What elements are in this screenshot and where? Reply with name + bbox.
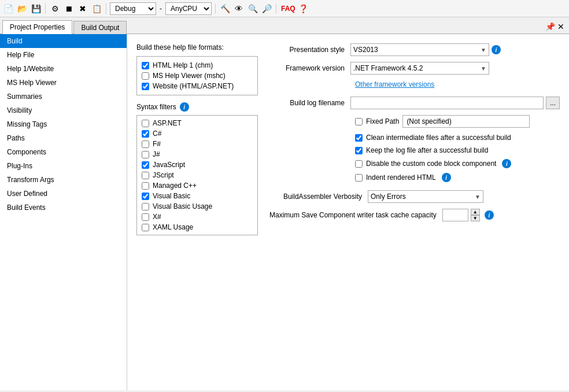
sidebar-item-summaries[interactable]: Summaries (0, 90, 127, 103)
indent-html-checkbox[interactable] (355, 174, 363, 182)
checkbox-vb-input[interactable] (142, 193, 149, 200)
sep1 (45, 3, 46, 14)
indent-html-info-icon[interactable]: i (442, 173, 451, 182)
syntax-filters-info-icon[interactable]: i (180, 102, 189, 112)
checkbox-xaml-usage: XAML Usage (142, 222, 253, 232)
checkbox-fsharp-input[interactable] (142, 140, 149, 148)
spinner-down-button[interactable]: ▼ (471, 215, 480, 221)
cancel-icon[interactable]: ✖ (77, 3, 88, 14)
content-area: Build these help file formats: HTML Help… (127, 34, 569, 390)
help-formats-label: Build these help file formats: (136, 43, 258, 51)
fixed-path-value: (Not specified) (402, 115, 530, 128)
checkbox-aspnet-input[interactable] (142, 120, 149, 127)
build-log-row: Build log filename ... (269, 97, 560, 109)
spinner-up-button[interactable]: ▲ (471, 209, 480, 215)
copy-icon[interactable]: 📋 (91, 3, 102, 14)
syntax-filters-header: Syntax filters i (136, 102, 258, 112)
view-icon[interactable]: 👁 (233, 3, 245, 14)
fixed-path-checkbox[interactable] (355, 118, 363, 125)
checkbox-vb: Visual Basic (142, 191, 253, 201)
sep3 (215, 3, 216, 14)
other-framework-link[interactable]: Other framework versions (355, 80, 434, 88)
sidebar-item-plug-ins[interactable]: Plug-Ins (0, 159, 127, 173)
sidebar-item-build[interactable]: Build (0, 34, 127, 48)
framework-version-dropdown[interactable]: .NET Framework 4.5.2 ▼ (350, 62, 489, 75)
build-icon[interactable]: ⚙ (49, 3, 61, 14)
keep-log-checkbox[interactable] (355, 147, 363, 154)
sidebar-item-help1-website[interactable]: Help 1/Website (0, 62, 127, 76)
build-log-input[interactable] (350, 97, 544, 109)
search-icon[interactable]: 🔍 (247, 3, 258, 14)
checkbox-jscript-input[interactable] (142, 172, 149, 179)
checkbox-ms-help-viewer-input[interactable] (142, 72, 149, 80)
checkbox-managed-cpp-input[interactable] (142, 182, 149, 190)
presentation-style-control: VS2013 ▼ i (350, 43, 560, 56)
sep4 (276, 3, 276, 14)
disable-custom-row: Disable the custom code block component … (355, 159, 560, 168)
checkbox-jsharp-input[interactable] (142, 151, 149, 158)
verbosity-row: BuildAssembler Verbosity Only Errors ▼ (269, 190, 560, 203)
close-tab-icon[interactable]: ✕ (557, 22, 564, 31)
clean-intermediate-row: Clean intermediate files after a success… (355, 134, 560, 142)
checkbox-javascript-input[interactable] (142, 161, 149, 169)
verbosity-arrow: ▼ (475, 194, 481, 200)
faq-label[interactable]: FAQ (281, 5, 295, 13)
platform-dropdown[interactable]: AnyCPU (165, 2, 212, 15)
checkbox-vb-usage-input[interactable] (142, 203, 149, 210)
sidebar-item-visibility[interactable]: Visibility (0, 103, 127, 117)
disable-custom-checkbox[interactable] (355, 160, 363, 168)
checkbox-managed-cpp: Managed C++ (142, 180, 253, 191)
save-icon[interactable]: 💾 (30, 3, 42, 14)
tab-project-properties[interactable]: Project Properties (2, 20, 72, 34)
open-icon[interactable]: 📂 (16, 3, 28, 14)
sidebar-item-paths[interactable]: Paths (0, 131, 127, 145)
stop-icon[interactable]: ⏹ (63, 3, 75, 14)
checkbox-website-input[interactable] (142, 83, 149, 90)
indent-html-row: Indent rendered HTML i (355, 173, 560, 182)
max-cache-spinner: 100 ▲ ▼ i (442, 209, 494, 221)
checkbox-ms-help-viewer: MS Help Viewer (mshc) (142, 71, 253, 81)
sidebar-item-help-file[interactable]: Help File (0, 48, 127, 62)
checkbox-vb-usage: Visual Basic Usage (142, 201, 253, 212)
sidebar-item-transform-args[interactable]: Transform Args (0, 173, 127, 187)
tab-bar-controls: 📌 ✕ (545, 22, 564, 31)
sidebar-item-user-defined[interactable]: User Defined (0, 187, 127, 201)
indent-html-label: Indent rendered HTML (366, 173, 436, 182)
build-log-label: Build log filename (269, 99, 350, 107)
config-dropdown[interactable]: Debug Release (110, 2, 156, 15)
presentation-style-row: Presentation style VS2013 ▼ i (269, 43, 560, 56)
sidebar-item-ms-help-viewer[interactable]: MS Help Viewer (0, 76, 127, 90)
sidebar: Build Help File Help 1/Website MS Help V… (0, 34, 127, 390)
checkbox-csharp: C# (142, 128, 253, 139)
tab-build-output[interactable]: Build Output (73, 21, 127, 34)
disable-custom-info-icon[interactable]: i (502, 159, 511, 168)
new-icon[interactable]: 📄 (2, 3, 14, 14)
checkbox-jscript: JScript (142, 170, 253, 180)
checkbox-javascript: JavaScript (142, 160, 253, 170)
sidebar-item-components[interactable]: Components (0, 145, 127, 159)
find-icon[interactable]: 🔎 (261, 3, 272, 14)
fixed-path-row: Fixed Path (Not specified) (355, 115, 560, 128)
verbosity-dropdown[interactable]: Only Errors ▼ (368, 190, 483, 203)
checkbox-csharp-input[interactable] (142, 130, 149, 138)
build2-icon[interactable]: 🔨 (219, 3, 231, 14)
disable-custom-label: Disable the custom code block component (366, 160, 496, 168)
help-icon[interactable]: ❓ (298, 3, 309, 14)
presentation-style-info-icon[interactable]: i (492, 45, 501, 54)
clean-intermediate-checkbox[interactable] (355, 134, 363, 142)
max-cache-input[interactable]: 100 (442, 209, 468, 221)
framework-version-control: .NET Framework 4.5.2 ▼ (350, 62, 560, 75)
build-log-control: ... (350, 97, 560, 109)
sep2 (106, 3, 106, 14)
checkbox-html-help1-input[interactable] (142, 62, 149, 69)
checkbox-jsharp: J# (142, 149, 253, 160)
pin-icon[interactable]: 📌 (545, 22, 555, 31)
presentation-style-dropdown[interactable]: VS2013 ▼ (350, 43, 489, 56)
checkbox-xsharp-input[interactable] (142, 213, 149, 221)
sidebar-item-build-events[interactable]: Build Events (0, 201, 127, 215)
toolbar: 📄 📂 💾 ⚙ ⏹ ✖ 📋 Debug Release - AnyCPU 🔨 👁… (0, 0, 569, 17)
max-cache-info-icon[interactable]: i (485, 210, 494, 220)
browse-button[interactable]: ... (546, 97, 560, 109)
checkbox-xaml-usage-input[interactable] (142, 224, 149, 231)
sidebar-item-missing-tags[interactable]: Missing Tags (0, 117, 127, 131)
